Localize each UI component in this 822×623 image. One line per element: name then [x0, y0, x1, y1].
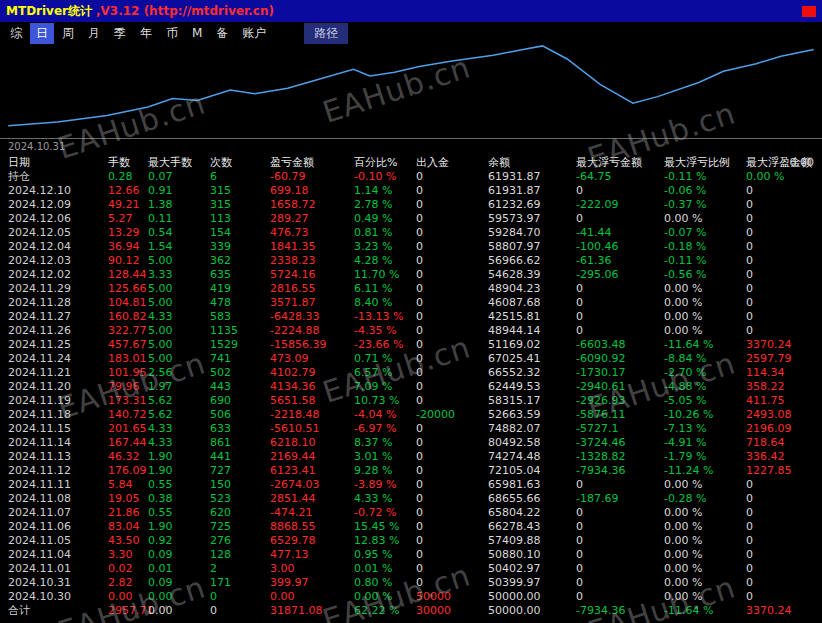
table-cell: 690	[202, 394, 262, 408]
table-cell: 0	[568, 478, 656, 492]
table-cell: 322.77	[100, 324, 140, 338]
table-cell: -474.21	[262, 506, 346, 520]
table-cell: 6123.41	[262, 464, 346, 478]
table-cell: 0	[408, 170, 480, 184]
table-cell: 0	[738, 520, 822, 534]
column-header: 盈亏金额	[262, 155, 346, 170]
row-date: 2024.11.20	[0, 380, 100, 394]
tab-季[interactable]: 季	[108, 23, 132, 44]
table-cell: -100.46	[568, 240, 656, 254]
equity-chart[interactable]	[0, 44, 822, 139]
table-cell: 54628.39	[480, 268, 568, 282]
table-cell: 0	[738, 576, 822, 590]
table-cell: 57409.88	[480, 534, 568, 548]
tab-账户[interactable]: 账户	[236, 23, 272, 44]
table-cell: 51169.02	[480, 338, 568, 352]
table-cell: 0	[738, 240, 822, 254]
table-row: 2024.12.02128.443.336355724.1611.70 %054…	[0, 268, 822, 282]
tab-日[interactable]: 日	[30, 23, 54, 44]
close-button[interactable]	[802, 6, 816, 17]
table-cell: -23.66 %	[346, 338, 408, 352]
tab-币[interactable]: 币	[160, 23, 184, 44]
table-cell: 0	[738, 198, 822, 212]
table-row: 2024.12.065.270.11113289.270.49 %059573.…	[0, 212, 822, 226]
table-row: 2024.11.14167.444.338616218.108.37 %0804…	[0, 436, 822, 450]
table-cell: 699.18	[262, 184, 346, 198]
row-date: 2024.11.08	[0, 492, 100, 506]
table-cell: -61.36	[568, 254, 656, 268]
row-date: 2024.11.24	[0, 352, 100, 366]
table-cell: 154	[202, 226, 262, 240]
table-cell: 6218.10	[262, 436, 346, 450]
table-cell: 140.72	[100, 408, 140, 422]
table-cell: -10.26 %	[656, 408, 738, 422]
table-cell: 5651.58	[262, 394, 346, 408]
column-header: 出入金	[408, 155, 480, 170]
menu-tabs: 综日周月季年币M备账户	[4, 23, 274, 44]
row-date: 2024.11.26	[0, 324, 100, 338]
table-cell: 58807.97	[480, 240, 568, 254]
table-cell: -1730.17	[568, 366, 656, 380]
table-cell: -0.37 %	[656, 198, 738, 212]
table-row: 2024.11.27160.824.33583-6428.33-13.13 %0…	[0, 310, 822, 324]
table-cell: 48944.14	[480, 324, 568, 338]
table-cell: 0.00 %	[738, 170, 822, 184]
tab-备[interactable]: 备	[210, 23, 234, 44]
table-cell: 2.78 %	[346, 198, 408, 212]
table-cell: 0.00 %	[656, 520, 738, 534]
table-cell: -4.04 %	[346, 408, 408, 422]
path-button[interactable]: 路径	[304, 23, 348, 44]
table-cell: -0.56 %	[656, 268, 738, 282]
table-cell: 12.66	[100, 184, 140, 198]
tab-月[interactable]: 月	[82, 23, 106, 44]
title-bar: MTDriver统计 ,V3.12 (http://mtdriver.cn)	[0, 0, 822, 22]
table-cell: 0.09	[140, 548, 202, 562]
table-cell: 0	[408, 338, 480, 352]
table-cell: 0	[202, 604, 262, 618]
table-cell: 13.29	[100, 226, 140, 240]
tab-年[interactable]: 年	[134, 23, 158, 44]
column-header: 最大手数	[140, 155, 202, 170]
table-cell: 339	[202, 240, 262, 254]
table-cell: -7.13 %	[656, 422, 738, 436]
table-cell: 0	[408, 212, 480, 226]
table-cell: 0	[568, 590, 656, 604]
table-cell: 0	[408, 450, 480, 464]
table-cell: -2674.03	[262, 478, 346, 492]
table-cell: 315	[202, 184, 262, 198]
table-cell: 2338.23	[262, 254, 346, 268]
table-cell: 101.95	[100, 366, 140, 380]
table-row: 2024.11.28104.815.004783571.878.40 %0460…	[0, 296, 822, 310]
table-cell: 46.32	[100, 450, 140, 464]
tab-M[interactable]: M	[186, 24, 208, 42]
table-cell: -5876.11	[568, 408, 656, 422]
table-cell: -3.89 %	[346, 478, 408, 492]
table-cell: -41.44	[568, 226, 656, 240]
table-cell: 0	[568, 310, 656, 324]
table-cell: 1.14 %	[346, 184, 408, 198]
table-row: 2024.11.29125.665.004192816.556.11 %0489…	[0, 282, 822, 296]
stats-table: 日期手数最大手数次数盈亏金额百分比%出入金余额最大浮亏金额最大浮亏比例最大浮盈金…	[0, 155, 822, 618]
header-extra-value: 0.00	[790, 155, 815, 170]
table-cell: 0	[738, 282, 822, 296]
app-version-url: ,V3.12 (http://mtdriver.cn)	[96, 4, 274, 18]
row-date: 2024.12.05	[0, 226, 100, 240]
table-cell: 0	[568, 212, 656, 226]
table-cell: 8.37 %	[346, 436, 408, 450]
table-cell: 358.22	[738, 380, 822, 394]
table-cell: 5.62	[140, 408, 202, 422]
tab-周[interactable]: 周	[56, 23, 80, 44]
table-cell: -1.79 %	[656, 450, 738, 464]
table-cell: 1529	[202, 338, 262, 352]
table-cell: 3.33	[140, 268, 202, 282]
table-cell: 49.21	[100, 198, 140, 212]
table-cell: 0	[738, 184, 822, 198]
table-cell: -60.79	[262, 170, 346, 184]
table-cell: 1.90	[140, 520, 202, 534]
table-cell: 5.00	[140, 254, 202, 268]
table-cell: 399.97	[262, 576, 346, 590]
row-date: 2024.11.14	[0, 436, 100, 450]
table-row: 2024.12.0436.941.543391841.353.23 %05880…	[0, 240, 822, 254]
table-cell: 0	[408, 296, 480, 310]
tab-综[interactable]: 综	[4, 23, 28, 44]
